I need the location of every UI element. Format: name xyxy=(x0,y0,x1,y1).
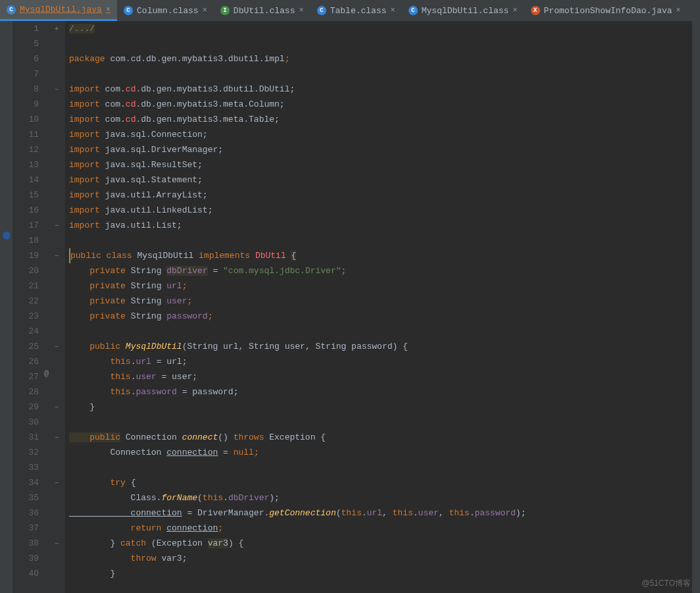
fold-closed-icon[interactable]: + xyxy=(55,26,61,33)
fold-open-icon[interactable]: − xyxy=(55,435,61,442)
tab-label: DbUtil.class xyxy=(234,6,295,16)
editor-tabs: C MysqlDbUtil.java × C Column.class × I … xyxy=(0,0,700,21)
close-icon[interactable]: × xyxy=(512,6,517,15)
tab-label: Table.class xyxy=(330,6,387,16)
line-no: 15 xyxy=(12,188,39,203)
tab-promotionshowinfodao-java[interactable]: X PromotionShowInfoDao.java × xyxy=(524,0,688,21)
line-no: 27 xyxy=(12,369,39,384)
line-no: 22 xyxy=(12,294,39,309)
line-no: 14 xyxy=(12,172,39,188)
line-no: 29 xyxy=(12,400,39,415)
marker-dot xyxy=(3,232,11,240)
fold-open-icon[interactable]: − xyxy=(55,541,61,548)
scroll-strip[interactable] xyxy=(692,21,700,593)
line-no: 23 xyxy=(12,309,39,324)
line-no: 35 xyxy=(12,490,39,505)
line-no: 38 xyxy=(12,536,39,551)
tab-mysqldbutil-class[interactable]: C MysqlDbUtil.class × xyxy=(402,0,524,21)
line-no: 18 xyxy=(12,233,39,248)
line-no: 12 xyxy=(12,142,39,157)
close-icon[interactable]: × xyxy=(203,6,207,15)
line-no: 37 xyxy=(12,521,39,536)
code-text: package xyxy=(69,54,110,64)
xml-icon: X xyxy=(531,6,540,15)
tab-dbutil-class[interactable]: I DbUtil.class × xyxy=(214,0,311,21)
fold-open-icon[interactable]: − xyxy=(55,87,61,93)
line-no: 40 xyxy=(12,566,39,581)
watermark: @51CTO博客 xyxy=(641,578,691,589)
close-icon[interactable]: × xyxy=(106,5,111,14)
tab-column-class[interactable]: C Column.class × xyxy=(117,0,214,21)
code-editor[interactable]: /.../ package com.cd.db.gen.mybatis3.dbu… xyxy=(65,21,692,593)
line-no: 31 xyxy=(12,430,39,445)
override-icon[interactable]: @ xyxy=(44,369,49,378)
line-no: 39 xyxy=(12,551,39,566)
line-no: 24 xyxy=(12,324,39,339)
close-icon[interactable]: × xyxy=(676,6,681,15)
line-no: 11 xyxy=(12,127,39,142)
fold-open-icon[interactable]: − xyxy=(55,344,61,351)
tab-label: Column.class xyxy=(137,6,199,16)
line-no: 21 xyxy=(12,278,39,294)
line-no: 32 xyxy=(12,445,39,460)
line-no: 28 xyxy=(12,384,39,400)
fold-open-icon[interactable]: − xyxy=(55,405,61,411)
editor-area: 1 5 6 7 8 9 10 11 12 13 14 15 16 17 18 1… xyxy=(0,21,700,593)
tab-label: PromotionShowInfoDao.java xyxy=(544,6,672,16)
line-no: 9 xyxy=(12,97,39,112)
line-no: 10 xyxy=(12,112,39,127)
fold-open-icon[interactable]: − xyxy=(55,223,61,230)
left-bar xyxy=(0,21,12,593)
line-no: 5 xyxy=(12,36,39,51)
close-icon[interactable]: × xyxy=(391,6,395,15)
interface-icon: I xyxy=(220,6,230,15)
line-no: 8 xyxy=(12,82,39,97)
class-icon: C xyxy=(124,6,133,15)
class-icon: C xyxy=(7,5,16,14)
fold-gutter[interactable]: + − − − − − − − − xyxy=(55,21,65,593)
line-no: 16 xyxy=(12,203,39,218)
line-no: 20 xyxy=(12,263,39,278)
line-no: 1 xyxy=(12,21,39,36)
fold-open-icon[interactable]: − xyxy=(55,253,61,260)
class-icon: C xyxy=(409,6,418,15)
line-no: 7 xyxy=(12,66,39,82)
tab-mysqldbutil-java[interactable]: C MysqlDbUtil.java × xyxy=(0,0,117,21)
tab-table-class[interactable]: C Table.class × xyxy=(311,0,402,21)
fold-open-icon[interactable]: − xyxy=(55,480,61,487)
line-no: 17 xyxy=(12,218,39,233)
line-no: 13 xyxy=(12,157,39,172)
line-no: 36 xyxy=(12,505,39,521)
line-no: 30 xyxy=(12,415,39,430)
line-no: 33 xyxy=(12,460,39,475)
line-no: 34 xyxy=(12,475,39,490)
line-no: 6 xyxy=(12,51,39,66)
line-no: 19 xyxy=(12,248,39,263)
line-no: 26 xyxy=(12,354,39,369)
line-number-gutter[interactable]: 1 5 6 7 8 9 10 11 12 13 14 15 16 17 18 1… xyxy=(12,21,44,593)
class-icon: C xyxy=(317,6,326,15)
annotation-gutter: @ xyxy=(44,21,55,593)
line-no: 25 xyxy=(12,339,39,354)
tab-label: MysqlDbUtil.class xyxy=(422,6,509,16)
tab-label: MysqlDbUtil.java xyxy=(20,5,102,14)
close-icon[interactable]: × xyxy=(299,6,303,15)
code-text: /.../ xyxy=(69,24,95,34)
